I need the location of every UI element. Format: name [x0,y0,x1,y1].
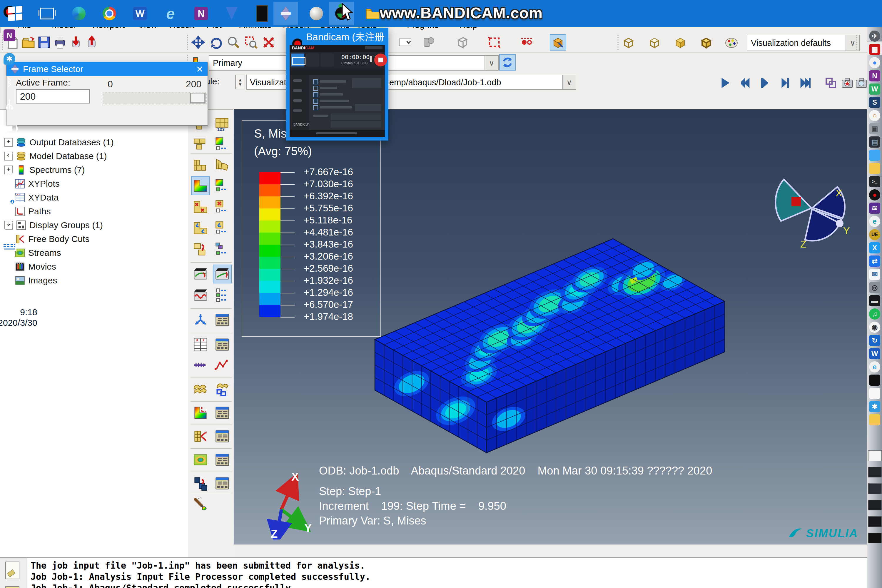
open-file-button[interactable] [21,35,36,50]
hiddenline-render-button[interactable] [647,35,662,50]
task-view-icon[interactable] [35,2,59,25]
box-zoom-button[interactable] [243,35,259,50]
abaqus-icon[interactable] [273,2,298,25]
phone-app-icon[interactable] [250,2,274,25]
search-orange-icon[interactable]: ○ [869,110,880,121]
record-app-icon[interactable]: ● [869,189,880,201]
window-thumbnail[interactable] [868,500,882,510]
edge-icon[interactable] [66,2,91,25]
triad3-tool-button[interactable] [192,311,209,329]
bandicam-game-tab[interactable] [306,54,319,66]
frame-slider-handle[interactable] [190,93,206,104]
window-thumbnail[interactable] [868,483,882,494]
rotate-view-button[interactable] [208,35,224,50]
animation-play-button[interactable] [717,75,733,90]
capture-button[interactable] [854,75,869,90]
browser-tool-button[interactable] [213,311,231,329]
deformed-tool-button[interactable] [213,156,231,174]
spinner-down-icon[interactable]: ▼ [238,82,243,86]
undeformed-tool-button[interactable] [192,156,209,174]
contour-tool-button[interactable] [192,177,209,195]
clapperA-tool-button[interactable] [192,265,209,283]
refresh-field-output-button[interactable] [500,55,515,70]
lock-icon[interactable]: ▣ [869,123,880,134]
snapshot-button[interactable] [840,75,855,90]
link-viewports-button[interactable] [823,75,838,90]
color-code-palette-button[interactable] [724,35,739,50]
chrome-icon[interactable]: ● [869,57,880,68]
animation-last-button[interactable] [797,75,813,90]
battery-icon[interactable] [0,118,19,141]
window-thumbnail[interactable] [868,533,882,543]
viewcut-tool-button[interactable] [192,474,209,492]
chevron-down-icon[interactable]: ∨ [562,75,576,89]
frame-selector-titlebar[interactable]: Frame Selector ✕ [6,62,208,76]
folder-blue-icon[interactable] [869,150,880,161]
clapperB-tool-button[interactable] [213,265,231,283]
browser-tool-button[interactable] [213,336,231,353]
query-cube-button[interactable] [550,35,566,50]
animation-first-button[interactable] [737,75,753,90]
display-defaults-combo[interactable]: Visualization defaults ∨ [747,35,860,51]
chrome-icon[interactable] [97,2,122,25]
goldtiles-tool-button[interactable] [192,135,209,153]
pen-icon[interactable] [0,212,19,235]
display-device-icon[interactable] [0,188,19,212]
sync-icon[interactable]: ↻ [869,335,880,346]
folder-yellow-icon[interactable] [869,163,880,174]
perspective-button[interactable] [454,35,470,50]
shaded-render-button[interactable] [673,35,688,50]
render-style-combo[interactable] [398,35,413,50]
word-icon[interactable]: W [869,348,880,359]
axisarrow-tool-button[interactable] [192,356,209,374]
sphere-app-icon[interactable] [304,2,329,25]
pan-view-button[interactable] [190,35,206,50]
symbol-controls-button[interactable] [519,35,534,50]
frame-slider[interactable] [103,92,207,104]
fit-view-button[interactable] [261,35,276,50]
vscode-icon[interactable]: X [869,242,880,254]
browser-tool-button[interactable] [213,451,231,469]
folder-yellow2-icon[interactable] [869,414,880,425]
gold123-tool-button[interactable]: 123 [213,115,231,133]
print-button[interactable] [52,35,68,50]
stream-tool-button[interactable] [192,451,209,469]
teamviewer-icon[interactable]: ⇄ [869,255,880,267]
plystack2-tool-button[interactable] [213,380,231,398]
message-log-icon[interactable] [5,561,20,579]
window-thumbnail[interactable] [868,450,882,461]
star-chat-icon[interactable]: ✱ [869,401,880,412]
window-thumbnail[interactable] [868,467,882,477]
preview-icon[interactable]: ▤ [869,136,880,148]
bandicut-badge[interactable]: BANDICUT [292,122,311,127]
eye-icon[interactable]: ◎ [869,282,880,293]
module-spinner[interactable]: ▲ ▼ [235,75,245,89]
spinner-up-icon[interactable]: ▲ [238,78,243,82]
window-thumbnail[interactable] [868,516,882,527]
freebody-tool-button[interactable] [192,428,209,445]
orient-tool-button[interactable] [192,219,209,237]
tree-item-model-database[interactable]: +Model Database (1) [4,150,107,163]
xytable-tool-button[interactable]: XY [192,336,209,353]
animation-next-button[interactable] [777,75,793,90]
chevron-down-icon[interactable]: ∨ [484,56,498,70]
primary-variable-combo[interactable]: Primary [209,55,291,70]
view-manipulation-button[interactable] [487,35,502,50]
onenote-icon[interactable]: N [189,2,213,25]
bandicam-stop-button[interactable] [374,53,388,67]
tree-item-output-databases[interactable]: +Output Databases (1) [4,136,114,149]
terminal-icon[interactable]: >_ [869,176,880,187]
fast-forward-log-icon[interactable]: »» [5,586,20,588]
keyboard-icon[interactable] [0,235,19,259]
save-button[interactable] [36,35,52,50]
clock[interactable]: 9:182020/3/30 [0,306,35,329]
start-button[interactable] [3,2,28,25]
usb-icon[interactable] [0,94,19,118]
mask-icon[interactable]: ◉ [869,322,880,333]
mail-icon[interactable]: ✉ [869,269,880,280]
overlaylist-tool-button[interactable] [213,240,231,258]
ie-icon[interactable]: e [158,2,183,25]
simpack-icon[interactable]: S [869,97,880,108]
star-chat-icon[interactable]: ✱ [0,47,19,70]
filled-render-button[interactable] [699,35,714,50]
